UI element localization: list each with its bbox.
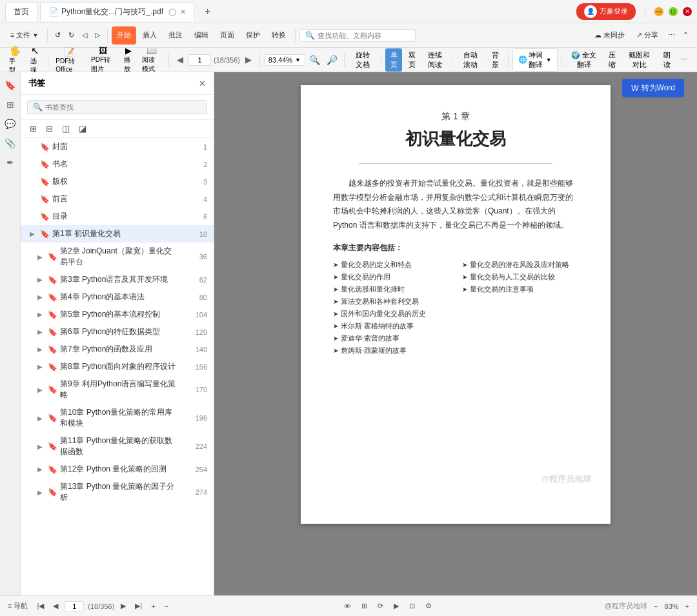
expand-all-btn[interactable]: ⊞ [27, 123, 39, 135]
remove-page-btn[interactable]: − [162, 601, 171, 611]
bm-item-toc[interactable]: 🔖目录 6 [21, 208, 214, 225]
zoom-out-btn[interactable]: 🔍 [307, 54, 323, 66]
search-input[interactable] [318, 32, 401, 39]
maximize-button[interactable]: □ [669, 7, 678, 16]
menu-button[interactable]: ≡ 文件 ▼ [5, 26, 43, 45]
background-btn[interactable]: 背景 [486, 49, 504, 71]
sidebar-header: 书签 ✕ [21, 72, 214, 95]
comment-tab[interactable]: 批注 [163, 26, 188, 45]
bm-item-bookname[interactable]: 🔖书名 2 [21, 155, 214, 173]
bm-item-ch5[interactable]: ▶🔖第5章 Python的基本流程控制 104 [21, 306, 214, 323]
thumbnail-panel-btn[interactable]: ⊞ [4, 97, 17, 112]
minimize-button[interactable]: — [654, 7, 663, 16]
sidebar-search-box[interactable]: 🔍 [27, 100, 207, 114]
page-tab[interactable]: 页面 [215, 26, 239, 45]
sidebar-close-btn[interactable]: ✕ [199, 79, 206, 88]
to-word-btn[interactable]: W 转为Word [622, 79, 684, 97]
zoom-out-status-btn[interactable]: − [651, 601, 660, 611]
hand-tool-btn[interactable]: 🖐 手型 [5, 44, 25, 76]
annotation-panel-btn[interactable]: 💬 [2, 116, 18, 132]
search-box[interactable]: 🔍 [299, 29, 416, 42]
bookmark-next-btn[interactable]: ◪ [76, 123, 89, 135]
single-page-btn[interactable]: 单页 [385, 48, 403, 72]
rotate-btn[interactable]: 旋转文档 [348, 49, 377, 71]
bm-item-ch2[interactable]: ▶🔖第2章 JoinQuant（聚宽）量化交易平台 36 [21, 243, 214, 271]
bookmark-prev-btn[interactable]: ◫ [59, 123, 72, 135]
sync-btn[interactable]: ☁ 未同步 [589, 26, 630, 45]
undo-btn[interactable]: ↺ [52, 26, 64, 45]
prev-btn[interactable]: ◁ [79, 26, 90, 45]
bm-item-ch8[interactable]: ▶🔖第8章 Python面向对象的程序设计 156 [21, 358, 214, 375]
bm-item-ch3[interactable]: ▶🔖第3章 Python语言及其开发环境 62 [21, 271, 214, 288]
play-status-btn[interactable]: ▶ [391, 601, 401, 611]
read-mode-btn[interactable]: 📖 阅读模式 [138, 45, 165, 75]
zoom-in-btn[interactable]: 🔎 [324, 54, 340, 66]
pdf-office-btn[interactable]: 📝 PDF转Office [52, 46, 86, 74]
start-tab[interactable]: 开始 [112, 26, 136, 45]
edit-tab[interactable]: 编辑 [189, 26, 214, 45]
fit-btn[interactable]: ⊞ [359, 601, 370, 611]
zoom-in-status-btn[interactable]: + [683, 601, 692, 611]
double-page-btn[interactable]: 双页 [403, 48, 421, 72]
auto-scroll-btn[interactable]: 自动滚动 [456, 49, 485, 71]
bm-item-copyright[interactable]: 🔖版权 3 [21, 173, 214, 190]
tab-close-icon[interactable]: ✕ [180, 8, 186, 16]
bm-item-ch13[interactable]: ▶🔖第13章 Python 量化策略的因子分析 274 [21, 478, 214, 506]
prev-page-status-btn[interactable]: ◀ [50, 601, 61, 611]
zoom-control[interactable]: 83.44% ▼ [264, 54, 305, 66]
continuous-btn[interactable]: 连续阅读 [422, 48, 448, 72]
screenshot-btn[interactable]: 截图和对比 [623, 49, 656, 71]
play-btn[interactable]: ▶ 播放 [120, 45, 137, 75]
select-tool-btn[interactable]: ↖ 选择 [26, 44, 44, 76]
close-button[interactable]: ✕ [683, 7, 692, 16]
read-aloud-btn[interactable]: 朗读 [658, 49, 676, 71]
bm-item-ch9[interactable]: ▶🔖第9章 利用Python语言编写量化策略 170 [21, 375, 214, 404]
tab-home[interactable]: 首页 [5, 2, 37, 21]
grid-status-btn[interactable]: ⊡ [407, 601, 418, 611]
translate-icon: 🌐 [518, 55, 527, 64]
bm-item-ch4[interactable]: ▶🔖第4章 Python的基本语法 80 [21, 288, 214, 306]
bm-item-ch6[interactable]: ▶🔖第6章 Python的特征数据类型 120 [21, 323, 214, 341]
insert-tab[interactable]: 插入 [137, 26, 162, 45]
tab-add[interactable]: + [197, 2, 218, 21]
pdf-image-btn[interactable]: 🖼 PDF转图片 [87, 45, 118, 75]
bm-item-ch10[interactable]: ▶🔖第10章 Python量化策略的常用库和模块 196 [21, 404, 214, 432]
collapse-btn[interactable]: ⌃ [680, 26, 692, 45]
convert-tab[interactable]: 转换 [267, 26, 291, 45]
bm-item-ch1[interactable]: ▶🔖第1章 初识量化交易 18 [21, 225, 214, 243]
compress-btn[interactable]: 压缩 [603, 49, 621, 71]
sep-t2-7 [508, 53, 509, 67]
protect-tab[interactable]: 保护 [241, 26, 265, 45]
bm-item-cover[interactable]: 🔖封面 1 [21, 138, 214, 155]
redo-btn[interactable]: ↻ [65, 26, 77, 45]
bm-item-preface[interactable]: 🔖前言 4 [21, 190, 214, 208]
tab-pdf[interactable]: 📄 Python量化交...门与技巧_.pdf ◯ ✕ [40, 2, 194, 21]
signature-panel-btn[interactable]: ✒ [4, 155, 17, 170]
add-page-btn[interactable]: + [148, 601, 157, 611]
bm-item-ch11[interactable]: ▶🔖第11章 Python量化策略的获取数据函数 224 [21, 432, 214, 461]
status-page-input[interactable] [65, 601, 84, 611]
last-page-status-btn[interactable]: ▶| [132, 601, 145, 611]
collapse-all-btn[interactable]: ⊟ [43, 123, 56, 135]
pdf-viewer[interactable]: W 转为Word 第 1 章 初识量化交易 越来越多的投资者开始尝试量化交易。量… [214, 72, 697, 595]
next-page-btn[interactable]: ▶ [241, 54, 256, 66]
login-button[interactable]: 👤 万象登录 [576, 3, 636, 20]
eye-btn[interactable]: 👁 [341, 601, 354, 611]
bm-item-ch12[interactable]: ▶🔖第12章 Python 量化策略的回测 254 [21, 461, 214, 478]
translate-btn[interactable]: 🌐 坤词翻译 ▼ [512, 48, 558, 72]
share-btn[interactable]: ↗ 分享 [631, 26, 663, 45]
attachment-panel-btn[interactable]: 📎 [2, 135, 18, 151]
full-translate-btn[interactable]: 🌍 全文翻译 [565, 49, 602, 71]
next-page-status-btn[interactable]: ▶ [118, 601, 128, 611]
sidebar-search-input[interactable] [45, 103, 201, 111]
page-number-input[interactable] [188, 54, 211, 66]
rotate-status-btn[interactable]: ⟳ [375, 601, 386, 611]
bookmark-panel-btn[interactable]: 🔖 [2, 77, 18, 93]
nav-btn-status[interactable]: ≡ 导航 [5, 600, 30, 612]
first-page-status-btn[interactable]: |◀ [34, 601, 46, 611]
prev-page-btn[interactable]: ◀ [173, 54, 187, 66]
settings-status-btn[interactable]: ⚙ [423, 601, 434, 611]
more-btn[interactable]: ⋯ [665, 26, 678, 45]
bm-item-ch7[interactable]: ▶🔖第7章 Python的函数及应用 140 [21, 341, 214, 358]
next-btn[interactable]: ▷ [92, 26, 103, 45]
